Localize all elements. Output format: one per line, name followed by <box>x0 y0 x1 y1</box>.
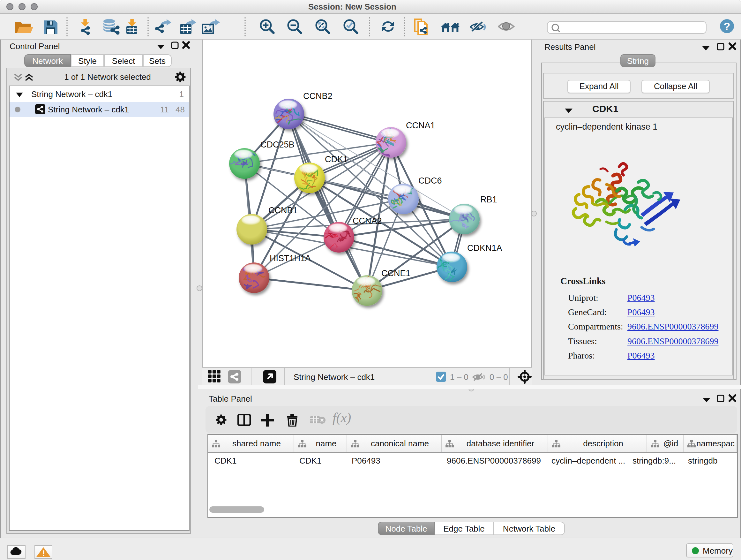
svg-text:HIST1H1A: HIST1H1A <box>270 253 311 263</box>
svg-text:CDC25B: CDC25B <box>260 140 294 149</box>
svg-text:?: ? <box>724 20 731 32</box>
svg-text:RB1: RB1 <box>480 195 497 204</box>
svg-text:CDK1: CDK1 <box>325 154 348 164</box>
svg-text:CDC6: CDC6 <box>418 176 442 186</box>
svg-text:CCNB2: CCNB2 <box>303 91 333 101</box>
svg-text:CCNB1: CCNB1 <box>268 206 298 215</box>
svg-text:CCNA1: CCNA1 <box>406 121 435 130</box>
svg-text:CCNE1: CCNE1 <box>381 268 411 278</box>
svg-text:CCNA2: CCNA2 <box>353 216 382 226</box>
svg-text:CDKN1A: CDKN1A <box>467 243 502 253</box>
